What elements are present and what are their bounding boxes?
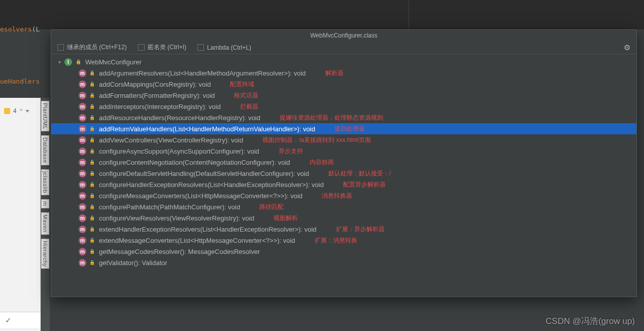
tree-member[interactable]: m🔒configureMessageConverters(List<HttpMe… <box>51 190 636 201</box>
problems-indicator[interactable]: 4 ^ <box>4 107 29 115</box>
lock-icon: 🔒 <box>89 215 95 220</box>
chevron-down-icon <box>25 110 29 113</box>
structure-popup: WebMvcConfigurer.class 继承的成员 (Ctrl+F12) … <box>51 29 637 297</box>
member-signature: extendMessageConverters(List<HttpMessage… <box>99 237 295 244</box>
anonymous-checkbox[interactable]: 匿名类 (Ctrl+I) <box>138 43 186 52</box>
lock-icon: 🔒 <box>89 149 95 154</box>
side-tab[interactable]: PlantUML <box>41 101 49 131</box>
tree-member[interactable]: m🔒addReturnValueHandlers(List<HandlerMet… <box>51 123 636 134</box>
method-icon: m <box>79 125 86 133</box>
method-icon: m <box>79 214 86 222</box>
lock-icon: 🔒 <box>89 82 95 87</box>
member-signature: configureViewResolvers(ViewResolverRegis… <box>99 214 254 222</box>
lock-icon: 🔒 <box>89 104 95 109</box>
status-ok: ✓ <box>0 312 41 328</box>
tree-member[interactable]: m🔒addViewControllers(ViewControllerRegis… <box>51 134 636 145</box>
tree-member[interactable]: m🔒addInterceptors(InterceptorRegistry): … <box>51 101 636 112</box>
method-icon: m <box>79 159 86 166</box>
lock-icon: 🔒 <box>89 249 95 254</box>
background-editor-strip <box>0 98 41 331</box>
collapse-icon[interactable]: ▾ <box>56 59 62 65</box>
lambda-checkbox[interactable]: Lambda (Ctrl+L) <box>197 44 251 51</box>
method-icon: m <box>79 226 86 233</box>
tree-member[interactable]: m🔒getValidator(): Validator <box>51 257 636 268</box>
root-name: WebMvcConfigurer <box>85 58 142 66</box>
method-icon: m <box>79 81 86 88</box>
method-icon: m <box>79 170 86 177</box>
side-tab[interactable]: Database <box>41 135 49 165</box>
annotation-label: 扩展：异步解析器 <box>336 225 385 234</box>
tree-member[interactable]: m🔒addCorsMappings(CorsRegistry): void配置跨… <box>51 79 636 90</box>
annotation-label: 解析器 <box>325 69 344 78</box>
annotation-label: 扩展：消息转换 <box>315 236 357 245</box>
annotation-label: 提娜佳资源处理器：处理静态资源规则 <box>280 114 383 122</box>
gear-icon[interactable]: ⚙ <box>624 43 630 52</box>
lock-icon: 🔒 <box>89 193 95 198</box>
tree-member[interactable]: m🔒addFormatters(FormatterRegistry): void… <box>51 90 636 101</box>
method-icon: m <box>79 103 86 111</box>
method-icon: m <box>79 69 86 77</box>
method-icon: m <box>79 92 86 99</box>
tree-member[interactable]: m🔒configureContentNegotiation(ContentNeg… <box>51 157 636 168</box>
popup-toolbar: 继承的成员 (Ctrl+F12) 匿名类 (Ctrl+I) Lambda (Ct… <box>51 41 636 54</box>
tree-member[interactable]: m🔒configureViewResolvers(ViewResolverReg… <box>51 212 636 224</box>
member-signature: configureDefaultServletHandling(DefaultS… <box>99 170 309 177</box>
lock-icon: 🔒 <box>89 260 95 265</box>
method-icon: m <box>79 259 86 267</box>
inherited-checkbox[interactable]: 继承的成员 (Ctrl+F12) <box>57 43 127 52</box>
annotation-label: 视图控制器：/a直接跳转到 xxx.html页面 <box>262 136 370 144</box>
structure-tree[interactable]: ▾ I 🔒 WebMvcConfigurer m🔒addArgumentReso… <box>51 54 636 297</box>
annotation-label: 消息转换器 <box>322 192 352 200</box>
member-signature: getMessageCodesResolver(): MessageCodesR… <box>99 248 260 255</box>
member-signature: configurePathMatch(PathMatchConfigurer):… <box>99 203 240 211</box>
tree-member[interactable]: m🔒configurePathMatch(PathMatchConfigurer… <box>51 201 636 212</box>
lock-icon: 🔒 <box>89 70 95 76</box>
lock-icon: 🔒 <box>89 126 95 131</box>
side-tab[interactable]: Hierarchy <box>41 239 49 269</box>
tree-member[interactable]: m🔒addArgumentResolvers(List<HandlerMetho… <box>51 67 636 79</box>
method-icon: m <box>79 203 86 211</box>
tree-member[interactable]: m🔒getMessageCodesResolver(): MessageCode… <box>51 246 636 257</box>
member-signature: extendHandlerExceptionResolvers(List<Han… <box>99 226 317 233</box>
annotation-label: 内容协商 <box>310 158 334 167</box>
method-icon: m <box>79 181 86 189</box>
check-icon: ✓ <box>5 316 12 325</box>
tree-member[interactable]: m🔒configureAsyncSupport(AsyncSupportConf… <box>51 145 636 157</box>
tree-member[interactable]: m🔒extendHandlerExceptionResolvers(List<H… <box>51 224 636 235</box>
checkbox-icon <box>138 44 145 51</box>
warning-count: 4 <box>13 107 17 115</box>
lock-icon: 🔒 <box>76 59 81 64</box>
method-icon: m <box>79 237 86 244</box>
tree-member[interactable]: m🔒configureHandlerExceptionResolvers(Lis… <box>51 179 636 190</box>
annotation-label: 配置异步解析器 <box>343 180 386 189</box>
member-signature: addArgumentResolvers(List<HandlerMethodA… <box>99 69 306 77</box>
tree-member[interactable]: m🔒configureDefaultServletHandling(Defaul… <box>51 168 636 179</box>
lock-icon: 🔒 <box>89 115 95 120</box>
lock-icon: 🔒 <box>89 160 95 165</box>
annotation-label: 格式话器 <box>234 91 258 100</box>
lock-icon: 🔒 <box>89 204 95 209</box>
member-signature: addCorsMappings(CorsRegistry): void <box>99 81 211 88</box>
member-signature: addResourceHandlers(ResourceHandlerRegis… <box>99 114 260 122</box>
lock-icon: 🔒 <box>89 171 95 176</box>
tree-member[interactable]: m🔒extendMessageConverters(List<HttpMessa… <box>51 235 636 246</box>
side-tab[interactable]: jclasslib <box>41 169 49 195</box>
code-fragment: esolvers(L <box>0 25 40 33</box>
member-signature: configureHandlerExceptionResolvers(List<… <box>99 181 324 189</box>
tree-root[interactable]: ▾ I 🔒 WebMvcConfigurer <box>51 56 636 67</box>
member-signature: getValidator(): Validator <box>99 259 167 267</box>
side-tab[interactable]: m <box>41 199 49 208</box>
method-icon: m <box>79 248 86 255</box>
annotation-label: 默认处理：默认接受：/ <box>328 169 391 178</box>
annotation-label: 配置跨域 <box>230 80 254 89</box>
code-fragment: ueHandlers <box>0 78 40 85</box>
side-tool-tabs: PlantUMLDatabasejclasslibmMavenHierarchy <box>41 98 50 331</box>
annotation-label: 拦截器 <box>240 102 258 111</box>
lock-icon: 🔒 <box>89 238 95 243</box>
warning-icon <box>4 108 10 114</box>
side-tab[interactable]: Maven <box>41 212 49 235</box>
member-signature: configureMessageConverters(List<HttpMess… <box>99 192 302 200</box>
tree-member[interactable]: m🔒addResourceHandlers(ResourceHandlerReg… <box>51 112 636 123</box>
checkbox-icon <box>57 44 64 51</box>
lock-icon: 🔒 <box>89 227 95 232</box>
